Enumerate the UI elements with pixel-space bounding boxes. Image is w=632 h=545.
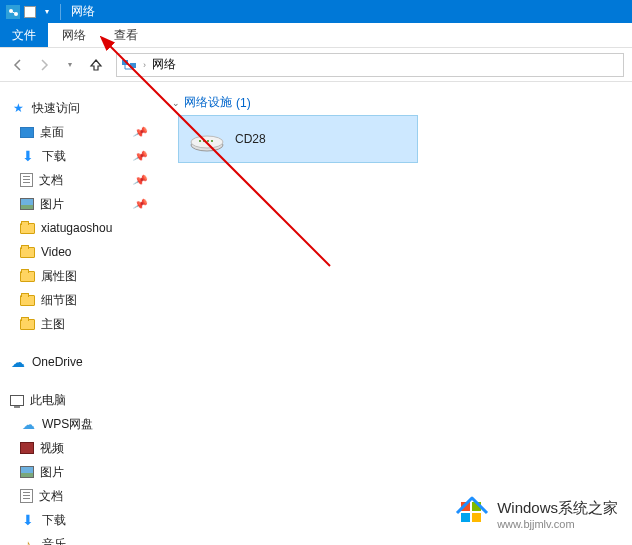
pin-icon: 📌 bbox=[133, 172, 150, 188]
watermark-url: www.bjjmlv.com bbox=[497, 518, 618, 530]
tree-item-label: 文档 bbox=[39, 172, 63, 189]
tree-item-downloads-pc[interactable]: ⬇下载 bbox=[8, 508, 160, 532]
svg-rect-5 bbox=[130, 63, 136, 68]
tree-label: OneDrive bbox=[32, 355, 83, 369]
folder-icon bbox=[20, 223, 35, 234]
tab-view[interactable]: 查看 bbox=[100, 23, 152, 47]
watermark-brand: Windows系统之家 bbox=[497, 499, 618, 518]
folder-icon bbox=[20, 295, 35, 306]
tree-item-music[interactable]: ♪音乐 bbox=[8, 532, 160, 545]
download-icon: ⬇ bbox=[20, 512, 36, 528]
cloud-icon: ☁ bbox=[20, 416, 36, 432]
network-icon bbox=[121, 57, 137, 73]
tree-item-documents-pc[interactable]: 文档 bbox=[8, 484, 160, 508]
tree-item-label: 音乐 bbox=[42, 536, 66, 546]
tree-item-pictures[interactable]: 图片📌 bbox=[8, 192, 160, 216]
svg-rect-19 bbox=[472, 513, 481, 522]
tree-item-folder[interactable]: 细节图 bbox=[8, 288, 160, 312]
svg-rect-13 bbox=[207, 140, 209, 142]
tree-item-folder[interactable]: Video bbox=[8, 240, 160, 264]
title-bar: ▾ 网络 bbox=[0, 0, 632, 23]
tree-group-thispc: 此电脑 ☁WPS网盘 视频 图片 文档 ⬇下载 ♪音乐 bbox=[8, 388, 160, 545]
tree-group-onedrive: ☁ OneDrive bbox=[8, 350, 160, 374]
tree-item-folder[interactable]: 主图 bbox=[8, 312, 160, 336]
tree-item-label: WPS网盘 bbox=[42, 416, 93, 433]
address-bar[interactable]: › 网络 bbox=[116, 53, 624, 77]
nav-history-dropdown[interactable]: ▾ bbox=[60, 55, 80, 75]
main-pane: ⌄ 网络设施 (1) CD28 bbox=[160, 82, 632, 545]
window-title: 网络 bbox=[71, 3, 95, 20]
section-header[interactable]: ⌄ 网络设施 (1) bbox=[172, 94, 622, 111]
tree-label: 快速访问 bbox=[32, 100, 80, 117]
tree-item-folder[interactable]: 属性图 bbox=[8, 264, 160, 288]
quick-access-toolbar: ▾ bbox=[4, 3, 56, 21]
tree-item-documents[interactable]: 文档📌 bbox=[8, 168, 160, 192]
desktop-icon bbox=[20, 127, 34, 138]
cloud-icon: ☁ bbox=[10, 354, 26, 370]
document-icon bbox=[20, 173, 33, 187]
picture-icon bbox=[20, 198, 34, 210]
tree-item-label: 桌面 bbox=[40, 124, 64, 141]
tree-item-label: 下载 bbox=[42, 148, 66, 165]
music-icon: ♪ bbox=[20, 536, 36, 545]
svg-rect-12 bbox=[203, 140, 205, 142]
tree-node-quickaccess[interactable]: ★ 快速访问 bbox=[8, 96, 160, 120]
tab-file[interactable]: 文件 bbox=[0, 23, 48, 47]
svg-rect-4 bbox=[122, 60, 128, 65]
tree-node-thispc[interactable]: 此电脑 bbox=[8, 388, 160, 412]
tree-label: 此电脑 bbox=[30, 392, 66, 409]
svg-rect-14 bbox=[211, 140, 213, 142]
device-name: CD28 bbox=[235, 132, 266, 146]
tree-item-label: Video bbox=[41, 245, 71, 259]
picture-icon bbox=[20, 466, 34, 478]
folder-icon bbox=[20, 247, 35, 258]
tree-item-label: 文档 bbox=[39, 488, 63, 505]
tree-item-label: 主图 bbox=[41, 316, 65, 333]
qat-checkbox[interactable] bbox=[24, 6, 36, 18]
tree-item-label: 图片 bbox=[40, 196, 64, 213]
router-icon bbox=[189, 125, 225, 153]
computer-icon bbox=[10, 395, 24, 406]
breadcrumb-chevron-icon: › bbox=[143, 60, 146, 70]
tab-network[interactable]: 网络 bbox=[48, 23, 100, 47]
qat-dropdown-icon[interactable]: ▾ bbox=[38, 3, 56, 21]
nav-back-button[interactable] bbox=[8, 55, 28, 75]
svg-rect-11 bbox=[199, 140, 201, 142]
content-area: ★ 快速访问 桌面📌 ⬇下载📌 文档📌 图片📌 xiatugaoshou Vid… bbox=[0, 82, 632, 545]
app-icon[interactable] bbox=[4, 3, 22, 21]
ribbon-tabs: 文件 网络 查看 bbox=[0, 23, 632, 48]
pin-icon: 📌 bbox=[133, 148, 150, 164]
tree-item-pictures-pc[interactable]: 图片 bbox=[8, 460, 160, 484]
tree-item-videos[interactable]: 视频 bbox=[8, 436, 160, 460]
tree-item-label: 视频 bbox=[40, 440, 64, 457]
tree-item-label: 属性图 bbox=[41, 268, 77, 285]
tree-item-folder[interactable]: xiatugaoshou bbox=[8, 216, 160, 240]
address-location: 网络 bbox=[152, 56, 176, 73]
chevron-down-icon: ⌄ bbox=[172, 98, 180, 108]
title-separator bbox=[60, 4, 61, 20]
pin-icon: 📌 bbox=[133, 124, 150, 140]
tree-item-downloads[interactable]: ⬇下载📌 bbox=[8, 144, 160, 168]
tree-item-desktop[interactable]: 桌面📌 bbox=[8, 120, 160, 144]
star-icon: ★ bbox=[10, 100, 26, 116]
svg-rect-18 bbox=[461, 513, 470, 522]
windows-logo-icon bbox=[455, 496, 489, 533]
tree-item-label: 下载 bbox=[42, 512, 66, 529]
pin-icon: 📌 bbox=[133, 196, 150, 212]
tree-node-onedrive[interactable]: ☁ OneDrive bbox=[8, 350, 160, 374]
document-icon bbox=[20, 489, 33, 503]
section-count: (1) bbox=[236, 96, 251, 110]
watermark: Windows系统之家 www.bjjmlv.com bbox=[455, 496, 618, 533]
nav-forward-button[interactable] bbox=[34, 55, 54, 75]
network-device-item[interactable]: CD28 bbox=[178, 115, 418, 163]
nav-bar: ▾ › 网络 bbox=[0, 48, 632, 82]
tree-item-label: 图片 bbox=[40, 464, 64, 481]
nav-up-button[interactable] bbox=[86, 55, 106, 75]
nav-tree: ★ 快速访问 桌面📌 ⬇下载📌 文档📌 图片📌 xiatugaoshou Vid… bbox=[0, 82, 160, 545]
tree-item-label: xiatugaoshou bbox=[41, 221, 112, 235]
tree-group-quickaccess: ★ 快速访问 桌面📌 ⬇下载📌 文档📌 图片📌 xiatugaoshou Vid… bbox=[8, 96, 160, 336]
folder-icon bbox=[20, 271, 35, 282]
video-icon bbox=[20, 442, 34, 454]
section-label: 网络设施 bbox=[184, 94, 232, 111]
tree-item-wps[interactable]: ☁WPS网盘 bbox=[8, 412, 160, 436]
